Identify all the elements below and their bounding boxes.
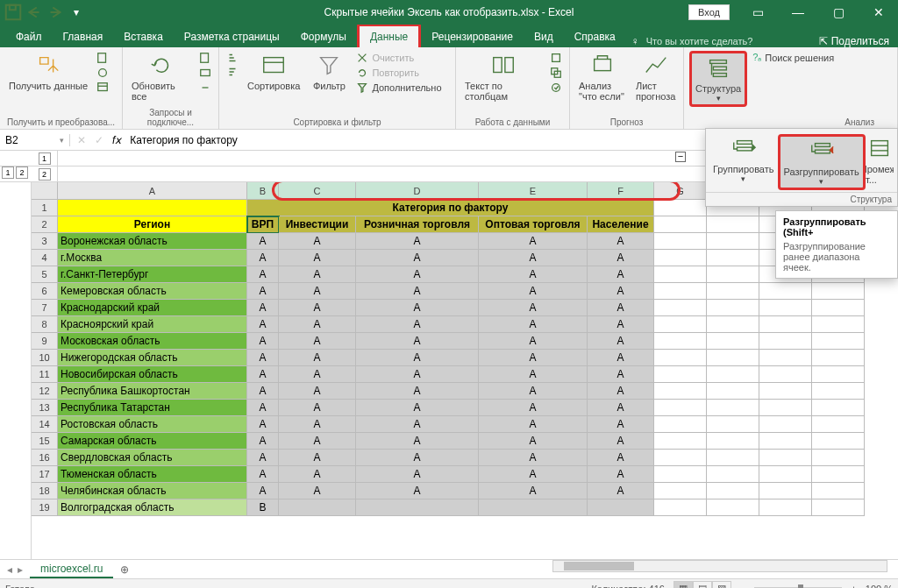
sort-button[interactable]: Сортировка xyxy=(244,51,303,93)
cell[interactable]: A xyxy=(479,316,588,333)
row-header[interactable]: 14 xyxy=(32,416,58,433)
zoom-level[interactable]: 100 % xyxy=(866,584,893,589)
cell[interactable] xyxy=(654,483,707,499)
cell[interactable]: A xyxy=(356,450,479,466)
cell[interactable] xyxy=(654,350,707,366)
cell[interactable]: A xyxy=(279,300,356,316)
sheet-tab-active[interactable]: microexcel.ru xyxy=(30,561,113,578)
save-icon[interactable] xyxy=(4,3,23,22)
cell[interactable]: A xyxy=(247,450,279,466)
horizontal-scrollbar[interactable] xyxy=(552,560,887,572)
solver-button[interactable]: ?ₐ Поиск решения xyxy=(751,51,836,64)
cell[interactable]: A xyxy=(247,316,279,333)
cell[interactable]: A xyxy=(479,366,588,383)
row-header[interactable]: 6 xyxy=(32,283,58,300)
sort-za-button[interactable] xyxy=(224,65,240,79)
cell[interactable] xyxy=(759,316,812,333)
view-normal-button[interactable]: ▦ xyxy=(674,581,693,589)
cell[interactable]: A xyxy=(279,433,356,450)
edit-links-button[interactable] xyxy=(197,81,213,95)
tab-view[interactable]: Вид xyxy=(524,26,564,47)
col-header-e[interactable]: E xyxy=(479,182,588,200)
cell[interactable] xyxy=(759,400,812,416)
cell[interactable]: г.Москва xyxy=(58,250,247,266)
get-data-button[interactable]: Получить данные xyxy=(5,51,91,93)
zoom-in-button[interactable]: + xyxy=(851,584,856,589)
tab-file[interactable]: Файл xyxy=(5,26,53,47)
cell[interactable]: A xyxy=(479,450,588,466)
cell[interactable]: A xyxy=(588,466,654,483)
minimize-icon[interactable]: — xyxy=(779,0,817,25)
cell[interactable]: Волгоградская область xyxy=(58,499,247,516)
cell[interactable] xyxy=(759,450,812,466)
cell[interactable]: A xyxy=(588,266,654,283)
cell[interactable] xyxy=(356,499,479,516)
cell[interactable]: A xyxy=(247,266,279,283)
cell[interactable]: A xyxy=(279,400,356,416)
outline-collapse-button[interactable]: − xyxy=(675,152,686,162)
cell[interactable] xyxy=(759,499,812,516)
cancel-formula-icon[interactable]: ✕ xyxy=(74,134,89,146)
cell[interactable]: A xyxy=(588,283,654,300)
cell[interactable] xyxy=(812,416,865,433)
cell[interactable] xyxy=(812,433,865,450)
cell[interactable] xyxy=(707,450,759,466)
row-header[interactable]: 12 xyxy=(32,383,58,400)
cell[interactable]: ВРП xyxy=(247,216,279,233)
cell[interactable]: A xyxy=(356,483,479,499)
tab-formulas[interactable]: Формулы xyxy=(290,26,357,47)
cell[interactable]: A xyxy=(247,233,279,250)
cell[interactable]: A xyxy=(356,333,479,350)
cell[interactable] xyxy=(654,283,707,300)
cell[interactable]: A xyxy=(588,450,654,466)
cell[interactable]: Республика Башкортостан xyxy=(58,383,247,400)
cell[interactable]: Красноярский край xyxy=(58,316,247,333)
cell[interactable] xyxy=(654,250,707,266)
redo-icon[interactable] xyxy=(46,3,65,22)
cell[interactable] xyxy=(759,300,812,316)
cell[interactable]: B xyxy=(247,499,279,516)
cell[interactable] xyxy=(707,333,759,350)
login-button[interactable]: Вход xyxy=(688,4,730,20)
row-header[interactable]: 4 xyxy=(32,250,58,266)
cell[interactable]: A xyxy=(279,233,356,250)
cell[interactable]: Кемеровская область xyxy=(58,283,247,300)
advanced-filter-button[interactable]: Дополнительно xyxy=(354,81,443,95)
cell[interactable]: Тюменская область xyxy=(58,466,247,483)
cell[interactable] xyxy=(707,266,759,283)
from-web-button[interactable] xyxy=(95,66,110,80)
what-if-button[interactable]: Анализ "что если" xyxy=(575,51,630,103)
cell[interactable]: A xyxy=(356,466,479,483)
cell[interactable] xyxy=(707,499,759,516)
cell[interactable]: A xyxy=(279,316,356,333)
cell[interactable]: A xyxy=(588,333,654,350)
sheet-nav-prev-icon[interactable]: ◂ xyxy=(7,563,12,576)
name-box[interactable]: B2▾ xyxy=(0,134,70,146)
cell[interactable] xyxy=(654,233,707,250)
cell[interactable]: A xyxy=(247,350,279,366)
from-text-button[interactable] xyxy=(95,51,110,65)
cell[interactable]: A xyxy=(247,483,279,499)
queries-button[interactable] xyxy=(197,51,213,65)
tab-help[interactable]: Справка xyxy=(564,26,626,47)
cell[interactable]: A xyxy=(588,483,654,499)
cell[interactable]: Воронежская область xyxy=(58,233,247,250)
properties-button[interactable] xyxy=(197,66,213,80)
structure-button[interactable]: Структура ▾ xyxy=(689,51,747,107)
cell[interactable] xyxy=(654,200,707,216)
cell[interactable]: A xyxy=(247,383,279,400)
cell[interactable]: A xyxy=(356,233,479,250)
cell[interactable] xyxy=(707,466,759,483)
row-header[interactable]: 1 xyxy=(32,200,58,216)
qat-more-icon[interactable]: ▾ xyxy=(67,3,86,22)
cell[interactable] xyxy=(707,416,759,433)
cell[interactable] xyxy=(707,350,759,366)
cell[interactable]: A xyxy=(247,433,279,450)
cell[interactable]: Республика Татарстан xyxy=(58,400,247,416)
cell[interactable]: Свердловская область xyxy=(58,450,247,466)
cell[interactable] xyxy=(654,466,707,483)
cell[interactable] xyxy=(759,283,812,300)
cell[interactable]: Ростовская область xyxy=(58,416,247,433)
cell[interactable]: Новосибирская область xyxy=(58,366,247,383)
cell[interactable]: A xyxy=(247,300,279,316)
